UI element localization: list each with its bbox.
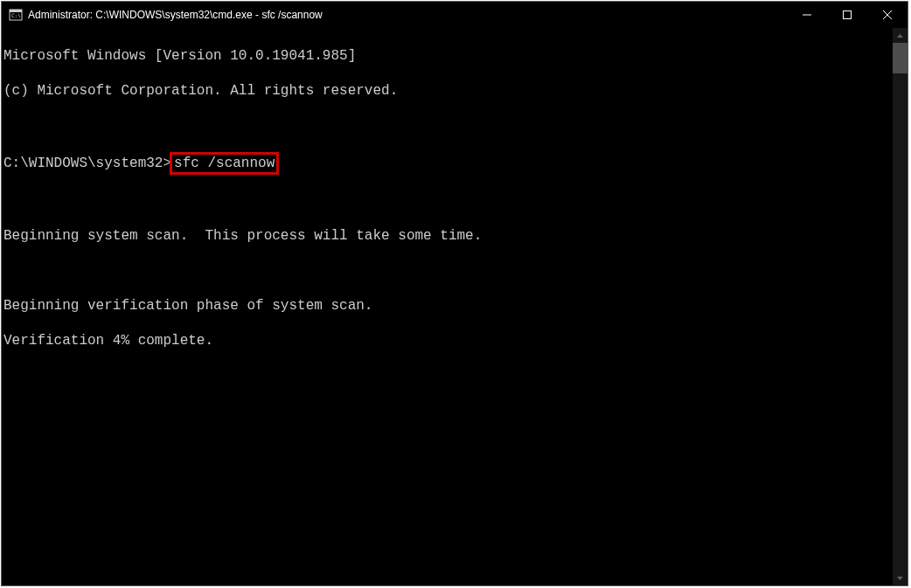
maximize-button[interactable] bbox=[827, 2, 867, 28]
cmd-window: C:\ Administrator: C:\WINDOWS\system32\c… bbox=[1, 1, 908, 586]
output-line bbox=[3, 117, 893, 135]
scroll-thumb[interactable] bbox=[893, 43, 908, 73]
prompt-prefix: C:\WINDOWS\system32> bbox=[3, 156, 171, 171]
content-area: Microsoft Windows [Version 10.0.19041.98… bbox=[2, 28, 908, 585]
close-button[interactable] bbox=[867, 2, 908, 28]
typed-command: sfc /scannow bbox=[174, 156, 275, 171]
terminal-output[interactable]: Microsoft Windows [Version 10.0.19041.98… bbox=[2, 28, 893, 585]
titlebar[interactable]: C:\ Administrator: C:\WINDOWS\system32\c… bbox=[2, 2, 908, 28]
svg-marker-8 bbox=[897, 577, 903, 580]
svg-marker-7 bbox=[897, 34, 903, 38]
cmd-icon: C:\ bbox=[9, 8, 23, 22]
output-line: Beginning system scan. This process will… bbox=[3, 227, 893, 245]
vertical-scrollbar[interactable] bbox=[893, 28, 908, 585]
svg-text:C:\: C:\ bbox=[11, 12, 21, 18]
output-line: (c) Microsoft Corporation. All rights re… bbox=[3, 82, 893, 100]
prompt-line: C:\WINDOWS\system32>sfc /scannow bbox=[3, 152, 893, 175]
output-line: Verification 4% complete. bbox=[3, 332, 893, 349]
svg-rect-4 bbox=[844, 11, 852, 19]
window-title: Administrator: C:\WINDOWS\system32\cmd.e… bbox=[28, 9, 787, 21]
scroll-down-arrow-icon[interactable] bbox=[893, 571, 908, 585]
scroll-up-arrow-icon[interactable] bbox=[893, 28, 908, 43]
output-line: Microsoft Windows [Version 10.0.19041.98… bbox=[3, 47, 893, 65]
minimize-button[interactable] bbox=[787, 2, 827, 28]
output-line bbox=[3, 262, 893, 280]
typed-command-highlight: sfc /scannow bbox=[170, 152, 279, 175]
output-line bbox=[3, 192, 893, 210]
window-controls bbox=[787, 2, 908, 28]
output-line: Beginning verification phase of system s… bbox=[3, 297, 893, 315]
